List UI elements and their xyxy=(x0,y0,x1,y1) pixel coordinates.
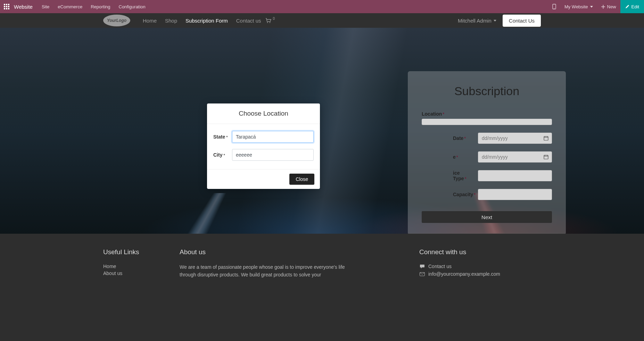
city-label: City * xyxy=(213,152,230,158)
capacity-label: Capacity* xyxy=(422,192,474,197)
plus-icon xyxy=(601,5,605,9)
footer-link-about[interactable]: About us xyxy=(103,271,166,276)
connect-email-label: info@yourcompany.example.com xyxy=(428,271,500,277)
cart-count: 0 xyxy=(273,17,275,20)
modal-header: Choose Location xyxy=(207,103,320,124)
mobile-preview-icon[interactable] xyxy=(548,0,560,13)
date-input-1[interactable] xyxy=(478,133,552,144)
menu-ecommerce[interactable]: eCommerce xyxy=(53,0,86,13)
nav-contact-us[interactable]: Contact us xyxy=(232,18,265,24)
nav-home[interactable]: Home xyxy=(139,18,161,24)
user-name: Mitchell Admin xyxy=(458,18,492,24)
connect-email[interactable]: info@yourcompany.example.com xyxy=(419,271,541,277)
admin-toolbar: Website Site eCommerce Reporting Configu… xyxy=(0,0,644,13)
date-label-2: e* xyxy=(422,154,474,160)
state-label: State * xyxy=(213,134,230,140)
menu-site[interactable]: Site xyxy=(38,0,53,13)
mail-icon xyxy=(419,272,425,276)
nav-subscription-form[interactable]: Subscription Form xyxy=(181,18,232,24)
state-input[interactable] xyxy=(232,131,314,143)
apps-icon[interactable] xyxy=(0,0,13,13)
user-menu[interactable]: Mitchell Admin xyxy=(458,18,496,24)
chat-icon xyxy=(419,264,425,269)
date-label-1: Date* xyxy=(422,135,474,141)
cart-icon xyxy=(265,18,272,23)
connect-heading: Connect with us xyxy=(419,248,541,256)
location-input[interactable] xyxy=(422,119,552,125)
new-label: New xyxy=(607,4,616,9)
nav-shop[interactable]: Shop xyxy=(161,18,181,24)
about-heading: About us xyxy=(180,248,360,256)
date-input-2[interactable] xyxy=(478,151,552,163)
chevron-down-icon xyxy=(494,20,496,22)
website-switcher-label: My Website xyxy=(564,4,588,9)
contact-us-button[interactable]: Contact Us xyxy=(503,15,541,27)
new-button[interactable]: New xyxy=(597,0,620,13)
pencil-icon xyxy=(625,5,629,9)
capacity-input[interactable] xyxy=(478,189,552,200)
svg-point-3 xyxy=(269,22,270,23)
site-logo[interactable]: YourLogo xyxy=(103,15,130,26)
service-type-label: ice Type* xyxy=(422,170,474,181)
close-button[interactable]: Close xyxy=(289,174,314,185)
useful-links-heading: Useful Links xyxy=(103,248,166,256)
next-button[interactable]: Next xyxy=(422,211,552,223)
svg-point-1 xyxy=(554,8,555,9)
modal-title: Choose Location xyxy=(214,110,313,117)
svg-point-2 xyxy=(267,22,267,23)
app-name[interactable]: Website xyxy=(13,4,38,10)
city-input[interactable] xyxy=(232,149,314,161)
about-text: We are a team of passionate people whose… xyxy=(180,264,360,278)
menu-reporting[interactable]: Reporting xyxy=(86,0,114,13)
website-switcher[interactable]: My Website xyxy=(560,0,597,13)
connect-contact-label: Contact us xyxy=(428,264,452,269)
site-footer: Useful Links Home About us About us We a… xyxy=(0,234,644,341)
cart-button[interactable]: 0 xyxy=(265,18,275,23)
subscription-title: Subscription xyxy=(422,84,552,98)
hero-section: Subscription Location* Date* e* xyxy=(0,28,644,234)
edit-label: Edit xyxy=(631,4,639,9)
connect-contact-us[interactable]: Contact us xyxy=(419,264,541,269)
footer-link-home[interactable]: Home xyxy=(103,264,166,269)
chevron-down-icon xyxy=(590,6,593,8)
location-label: Location* xyxy=(422,111,552,117)
choose-location-modal: Choose Location State * City * Close xyxy=(207,103,320,189)
service-type-input[interactable] xyxy=(478,170,552,181)
edit-button[interactable]: Edit xyxy=(620,0,644,13)
menu-configuration[interactable]: Configuration xyxy=(115,0,150,13)
subscription-card: Subscription Location* Date* e* xyxy=(408,71,566,234)
site-header: YourLogo Home Shop Subscription Form Con… xyxy=(0,13,644,28)
